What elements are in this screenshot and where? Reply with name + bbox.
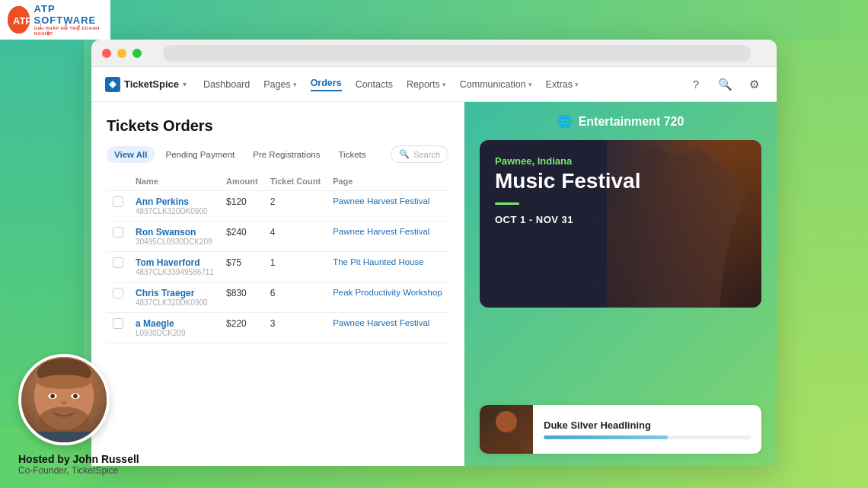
nav-bar: TicketSpice ▾ Dashboard Pages ▾ Orders C… [91,67,777,102]
browser-address-bar[interactable] [163,45,751,62]
row-checkbox-0[interactable] [113,196,123,207]
order-name-2: Tom Haverford [136,257,214,268]
nav-item-dashboard[interactable]: Dashboard [203,79,250,90]
host-info: Hosted by John Russell Co-Founder, Ticke… [18,453,195,476]
reports-chevron-icon: ▾ [442,81,446,88]
panel-title: Tickets Orders [107,117,448,135]
order-page-2[interactable]: The Pit Haunted House [333,257,424,266]
order-amount-2: $75 [226,257,241,268]
duke-body-shape [491,437,522,454]
tab-pending-payment[interactable]: Pending Payment [158,146,242,163]
col-checkbox [107,174,129,191]
host-section: Hosted by John Russell Co-Founder, Ticke… [0,342,213,488]
order-name-1: Ron Swanson [136,227,214,238]
right-accent [769,0,868,488]
host-name: Hosted by John Russell [18,453,195,465]
order-amount-1: $240 [226,227,247,238]
nav-comm-label: Communication [460,79,526,90]
order-page-3[interactable]: Peak Productivity Workshop [333,288,442,297]
svg-point-8 [73,394,78,399]
order-name-3: Chris Traeger [136,288,214,298]
orders-table: Name Amount Ticket Count Page Ann Perkin… [107,174,448,343]
right-panel: 🌐 Entertainment 720 Pawnee, Indiana Musi… [464,102,777,466]
order-count-3: 6 [270,288,276,298]
globe-icon: 🌐 [557,114,573,129]
nav-icons: ? 🔍 ⚙ [687,75,763,94]
browser-minimize-dot[interactable] [117,49,126,58]
duke-progress-fill [544,435,668,439]
row-checkbox-2[interactable] [113,257,123,268]
festival-content: Pawnee, Indiana Music Festival OCT 1 - N… [480,140,761,308]
atp-main-text: ATP SOFTWARE [34,3,103,26]
svg-point-4 [37,375,91,389]
order-id-1: 30495CL0930DCK209 [136,238,214,246]
nav-brand-name: TicketSpice [124,78,179,90]
order-name-4: a Maegle [136,318,214,329]
browser-close-dot[interactable] [102,49,111,58]
duke-progress-bar [544,435,751,439]
nav-item-pages[interactable]: Pages ▾ [263,79,296,90]
host-title: Co-Founder, TicketSpice [18,465,195,476]
order-name-0: Ann Perkins [136,196,214,207]
search-box[interactable]: 🔍 Search [391,145,448,163]
order-id-2: 4837CLK33949586711 [136,268,214,276]
order-id-3: 4837CLK320DK0900 [136,298,214,307]
festival-dates: OCT 1 - NOV 31 [495,214,746,225]
svg-point-7 [50,394,55,399]
table-row[interactable]: Tom Haverford 4837CLK33949586711 $75 1 T… [107,252,448,282]
col-ticket-count: Ticket Count [264,174,327,191]
svg-rect-10 [32,432,96,442]
festival-divider [495,203,519,205]
tabs-row: View All Pending Payment Pre Registratio… [107,145,448,163]
row-checkbox-4[interactable] [113,318,123,329]
browser-chrome [91,40,777,67]
nav-reports-label: Reports [407,79,440,90]
tab-tickets[interactable]: Tickets [330,146,373,163]
order-count-1: 4 [270,227,276,238]
duke-info: Duke Silver Headlining [533,412,761,447]
settings-icon[interactable]: ⚙ [745,75,763,94]
nav-brand[interactable]: TicketSpice ▾ [105,77,187,92]
nav-item-reports[interactable]: Reports ▾ [407,79,446,90]
order-amount-3: $830 [226,288,247,298]
row-checkbox-1[interactable] [113,227,123,238]
svg-text:ATP: ATP [13,15,30,27]
help-icon[interactable]: ? [687,75,705,94]
order-amount-0: $120 [226,196,247,207]
atp-circle-logo: ATP [8,6,30,33]
pages-chevron-icon: ▾ [293,81,297,88]
tab-view-all[interactable]: View All [107,146,155,163]
nav-item-communication[interactable]: Communication ▾ [460,79,532,90]
search-placeholder: Search [413,150,440,159]
atp-logo: ATP ATP SOFTWARE GIẢI PHÁP HỖ TRỢ DOANH … [0,0,110,40]
duke-name: Duke Silver Headlining [544,419,751,431]
table-row[interactable]: Ron Swanson 30495CL0930DCK209 $240 4 Paw… [107,222,448,252]
row-checkbox-3[interactable] [113,288,123,298]
festival-location: Pawnee, Indiana [495,155,746,167]
table-row[interactable]: Ann Perkins 4837CLK320DK0900 $120 2 Pawn… [107,191,448,222]
festival-card: Pawnee, Indiana Music Festival OCT 1 - N… [480,140,761,308]
table-row[interactable]: Chris Traeger 4837CLK320DK0900 $830 6 Pe… [107,282,448,313]
order-count-0: 2 [270,196,276,207]
nav-extras-label: Extras [546,79,573,90]
order-page-4[interactable]: Pawnee Harvest Festival [333,318,429,327]
nav-item-orders[interactable]: Orders [311,78,342,91]
nav-item-extras[interactable]: Extras ▾ [546,79,579,90]
browser-fullscreen-dot[interactable] [132,49,142,58]
order-page-1[interactable]: Pawnee Harvest Festival [333,227,429,236]
duke-head-shape [496,411,517,432]
comm-chevron-icon: ▾ [528,81,532,88]
tab-pre-registrations[interactable]: Pre Registrations [245,146,327,163]
event-org-name: Entertainment 720 [579,115,685,129]
nav-item-contacts[interactable]: Contacts [356,79,393,90]
search-icon[interactable]: 🔍 [716,75,734,94]
order-id-0: 4837CLK320DK0900 [136,207,214,215]
order-page-0[interactable]: Pawnee Harvest Festival [333,196,429,206]
event-header: 🌐 Entertainment 720 [464,114,777,129]
atp-sub-text: GIẢI PHÁP HỖ TRỢ DOANH NGHIỆP [34,26,103,37]
table-row[interactable]: a Maegle L0930DCK209 $220 3 Pawnee Harve… [107,313,448,343]
host-avatar [18,354,110,445]
search-icon-inner: 🔍 [399,149,410,159]
svg-point-9 [39,407,88,432]
col-name: Name [129,174,220,191]
